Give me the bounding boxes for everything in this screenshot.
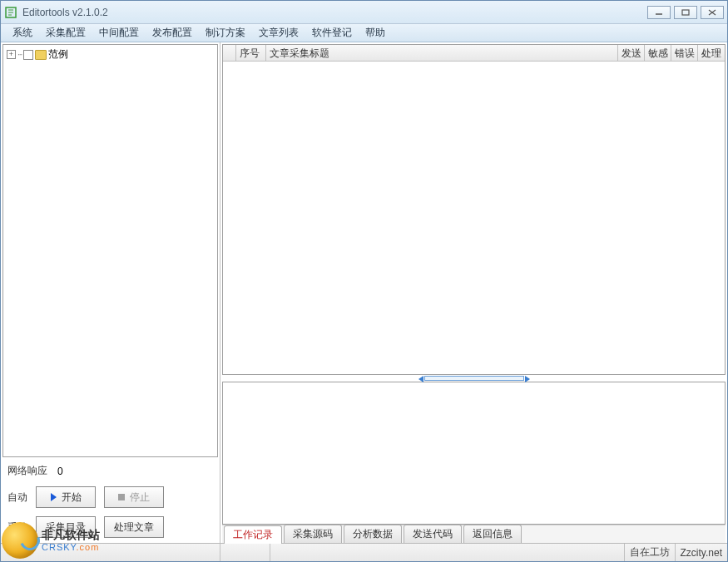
network-label: 网络响应 <box>7 464 47 478</box>
menubar: 系统 采集配置 中间配置 发布配置 制订方案 文章列表 软件登记 帮助 <box>1 24 727 42</box>
play-icon <box>51 493 57 501</box>
network-row: 网络响应 0 <box>7 464 213 478</box>
grid-header-seq[interactable]: 序号 <box>236 45 266 61</box>
bottom-tabs: 工作记录 采集源码 分析数据 发送代码 返回信息 <box>222 525 726 543</box>
network-value: 0 <box>57 466 63 477</box>
grid-header: 序号 文章采集标题 发送 敏感 错误 处理 <box>223 45 725 62</box>
tab-work-log[interactable]: 工作记录 <box>224 525 282 544</box>
status-mid2 <box>270 544 625 561</box>
grid-header-error[interactable]: 错误 <box>671 45 698 61</box>
statusbar: 自在工坊 Zzcity.net <box>1 543 727 561</box>
status-mid1 <box>220 544 270 561</box>
article-grid[interactable]: 序号 文章采集标题 发送 敏感 错误 处理 <box>222 44 726 375</box>
close-button[interactable] <box>701 6 724 19</box>
tab-analyze-data[interactable]: 分析数据 <box>344 525 402 543</box>
grid-header-sensitive[interactable]: 敏感 <box>645 45 671 61</box>
tab-collect-source[interactable]: 采集源码 <box>284 525 342 543</box>
tree-item-label: 范例 <box>48 47 68 62</box>
collect-dir-label: 采集目录 <box>46 520 86 535</box>
grid-header-process[interactable]: 处理 <box>698 45 725 61</box>
minimize-button[interactable] <box>647 6 671 19</box>
collect-dir-button[interactable]: 采集目录 <box>36 516 96 538</box>
menu-collect-config[interactable]: 采集配置 <box>39 24 92 42</box>
start-button-label: 开始 <box>62 491 82 505</box>
menu-system[interactable]: 系统 <box>6 24 39 42</box>
manual-row: 手动 采集目录 处理文章 <box>7 516 213 538</box>
content-area: + ··· 范例 网络响应 0 自动 开始 <box>1 42 727 543</box>
folder-icon <box>35 50 47 60</box>
window-controls <box>647 6 724 19</box>
status-left <box>1 544 220 561</box>
app-window: Editortools v2.1.0.2 系统 采集配置 中间配置 发布配置 制… <box>0 0 728 562</box>
start-button[interactable]: 开始 <box>36 486 96 508</box>
tab-send-code[interactable]: 发送代码 <box>404 525 462 543</box>
auto-label: 自动 <box>7 491 27 505</box>
menu-publish-config[interactable]: 发布配置 <box>146 24 199 42</box>
menu-help[interactable]: 帮助 <box>359 24 392 42</box>
status-right-b: Zzcity.net <box>676 544 727 561</box>
grid-body[interactable] <box>223 62 725 374</box>
grid-header-send[interactable]: 发送 <box>618 45 645 61</box>
maximize-button[interactable] <box>674 6 697 19</box>
grid-header-rowmark[interactable] <box>223 45 236 61</box>
stop-button[interactable]: 停止 <box>104 486 164 508</box>
stop-icon <box>118 494 125 500</box>
menu-register[interactable]: 软件登记 <box>305 24 359 42</box>
menu-plan[interactable]: 制订方案 <box>199 24 252 42</box>
manual-label: 手动 <box>7 520 27 535</box>
app-icon <box>4 6 17 19</box>
menu-middle-config[interactable]: 中间配置 <box>92 24 146 42</box>
tree-item[interactable]: + ··· 范例 <box>5 47 215 62</box>
log-area[interactable] <box>222 382 726 525</box>
horizontal-splitter[interactable] <box>222 375 726 382</box>
process-article-button[interactable]: 处理文章 <box>104 516 164 538</box>
left-pane: + ··· 范例 网络响应 0 自动 开始 <box>1 42 220 543</box>
tree-connector: ··· <box>17 50 22 59</box>
left-controls: 网络响应 0 自动 开始 停止 手动 <box>2 457 218 541</box>
expand-icon[interactable]: + <box>7 50 16 59</box>
process-article-label: 处理文章 <box>114 520 154 535</box>
tab-return-info[interactable]: 返回信息 <box>463 525 522 543</box>
tree-checkbox[interactable] <box>23 50 33 60</box>
grid-header-title[interactable]: 文章采集标题 <box>266 45 618 61</box>
splitter-handle[interactable] <box>424 376 524 381</box>
window-title: Editortools v2.1.0.2 <box>22 7 647 18</box>
stop-button-label: 停止 <box>130 491 150 505</box>
status-right-a: 自在工坊 <box>625 544 676 561</box>
right-pane: 序号 文章采集标题 发送 敏感 错误 处理 工作记录 采集源码 分析数据 发送代… <box>220 42 727 543</box>
svg-rect-5 <box>682 10 689 15</box>
menu-article-list[interactable]: 文章列表 <box>252 24 305 42</box>
tree-view[interactable]: + ··· 范例 <box>2 44 218 457</box>
auto-row: 自动 开始 停止 <box>7 486 213 508</box>
titlebar: Editortools v2.1.0.2 <box>1 1 727 24</box>
